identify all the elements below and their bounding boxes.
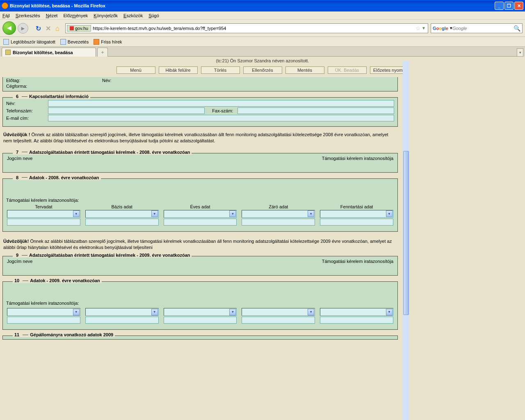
combo-10-5[interactable]: ▼ [320,308,393,316]
col-zaro: Záró adat [242,204,315,209]
menu-button[interactable]: Menü [116,66,155,74]
chevron-down-icon: ▼ [229,210,236,217]
submit-button[interactable]: ÜK. Beadás [328,66,367,74]
welcome-text-2009: Üdvözöljük! Önnek az alábbi táblázatban … [2,236,398,252]
field-10-5[interactable] [320,317,393,324]
bookmark-news[interactable]: Friss hírek [94,39,122,45]
chevron-down-icon: ▼ [73,210,80,217]
google-icon: Google [433,26,448,31]
section-title: Gépállományra vonatkozó adatok 2009 [30,332,113,337]
bookmarks-bar: Legtöbbször látogatott Bevezetés Friss h… [0,37,525,47]
site-favicon-icon [70,26,74,30]
combo-eves[interactable]: ▼ [164,210,237,218]
url-text[interactable]: https://e-kerelem-teszt.mvh.gov.hu/web_t… [91,26,415,31]
menu-edit[interactable]: Szerkesztés [16,13,40,18]
forward-button[interactable]: ► [18,23,28,34]
field-bazis[interactable] [85,219,159,226]
combo-zaro[interactable]: ▼ [242,210,315,218]
content-scrollbar[interactable] [403,61,409,420]
search-go-icon[interactable]: 🔍 [514,25,520,32]
section-title: Adatok - 2009. évre vonatkozóan [30,278,100,283]
site-identity[interactable]: gov.hu [67,25,91,32]
combo-10-2[interactable]: ▼ [85,308,159,316]
chevron-down-icon: ▼ [308,309,314,315]
label-fax: Fax-szám: [205,108,236,113]
chevron-down-icon: ▼ [73,309,80,315]
field-10-4[interactable] [242,317,315,324]
window-title: Bizonylat kitöltése, beadása - Mozilla F… [10,3,495,8]
label-phone: Telefonszám: [6,108,47,113]
nav-toolbar: ◄ ► ↻ ✕ ⌂ gov.hu https://e-kerelem-teszt… [0,20,525,37]
combo-fenntart[interactable]: ▼ [320,210,393,218]
input-fax[interactable] [237,107,394,114]
menu-view[interactable]: Nézet [46,13,58,18]
firefox-icon [2,2,8,9]
col-fenntart: Fenntartási adat [320,204,393,209]
search-bar[interactable]: Google ▾ Google 🔍 [431,23,523,33]
field-10-1[interactable] [7,317,80,324]
section-title: Kapcsolattartási információ [29,94,89,99]
delete-button[interactable]: Törlés [201,66,240,74]
combo-10-4[interactable]: ▼ [242,308,315,316]
stop-icon[interactable]: ✕ [46,25,53,32]
column-header-iratazon: Támogatási kérelem iratazonosítója [322,259,393,264]
section-number: 11 [14,332,21,337]
panel-section-6: 6 Kapcsolattartási információ Név: Telef… [2,97,398,127]
column-header-jogcim: Jogcím neve [7,259,32,264]
chevron-down-icon: ▼ [151,210,158,217]
tab-current[interactable]: Bizonylat kitöltése, beadása [2,48,96,57]
bookmark-most-visited[interactable]: Legtöbbször látogatott [3,39,55,45]
field-10-2[interactable] [85,317,159,324]
bookmark-label: Legtöbbször látogatott [11,39,55,44]
panel-section-10: 10 Adatok - 2009. évre vonatkozóan Támog… [2,281,398,330]
page-viewport: (tc:21) Ön Szomor Szandra néven azonosít… [0,57,525,420]
save-button[interactable]: Mentés [285,66,324,74]
field-eves[interactable] [164,219,237,226]
label-nev: Név: [102,78,143,83]
bookmark-intro[interactable]: Bevezetés [60,39,89,45]
menu-tools[interactable]: Eszközök [123,13,143,18]
section-number: 6 [14,94,20,99]
home-icon[interactable]: ⌂ [55,25,63,32]
close-button[interactable]: ✕ [514,2,523,10]
chevron-down-icon: ▼ [229,309,236,315]
welcome-text-2008: Üdvözöljük ! Üdvözöljük ! Önnek az alább… [2,129,398,146]
column-header-jogcim: Jogcím neve [7,156,32,161]
reload-icon[interactable]: ↻ [36,25,43,32]
section-number: 9 [14,253,20,258]
field-10-3[interactable] [164,317,237,324]
field-zaro[interactable] [242,219,315,226]
maximize-button[interactable]: ❐ [504,2,514,10]
auth-status: (tc:21) Ön Szomor Szandra néven azonosít… [0,57,525,65]
bookmark-star-icon[interactable]: ☆ [415,25,421,32]
col-eves: Éves adat [164,204,237,209]
bookmark-label: Friss hírek [101,39,122,44]
combo-bazis[interactable]: ▼ [85,210,159,218]
column-header-iratazon: Támogatási kérelem iratazonosítója [322,156,393,161]
url-bar[interactable]: gov.hu https://e-kerelem-teszt.mvh.gov.h… [65,23,428,33]
back-button[interactable]: ◄ [2,21,16,35]
combo-tervadat[interactable]: ▼ [7,210,80,218]
input-phone[interactable] [48,107,205,114]
check-button[interactable]: Ellenőrzés [243,66,282,74]
field-tervadat[interactable] [7,219,80,226]
minimize-button[interactable]: _ [495,2,504,10]
menubar: FFájlájl Szerkesztés Nézet Előzmények Kö… [0,11,525,20]
menu-file[interactable]: FFájlájl [2,13,10,18]
tabs-dropdown-icon[interactable]: ▾ [517,48,523,57]
input-name[interactable] [48,100,394,107]
menu-history[interactable]: Előzmények [63,13,88,18]
bookmark-label: Bevezetés [68,39,89,44]
new-tab-button[interactable]: + [97,48,108,57]
menu-help[interactable]: Súgó [148,13,159,18]
errors-top-button[interactable]: Hibák felülre [159,66,198,74]
combo-10-1[interactable]: ▼ [7,308,80,316]
combo-10-3[interactable]: ▼ [164,308,237,316]
input-email[interactable] [48,115,394,121]
page-icon [60,39,66,45]
tab-title: Bizonylat kitöltése, beadása [13,50,73,55]
menu-bookmarks[interactable]: Könyvjelzők [94,13,118,18]
url-dropdown-icon[interactable]: ▼ [421,26,427,30]
label-cegforma: Cégforma: [6,84,47,89]
field-fenntart[interactable] [320,219,393,226]
